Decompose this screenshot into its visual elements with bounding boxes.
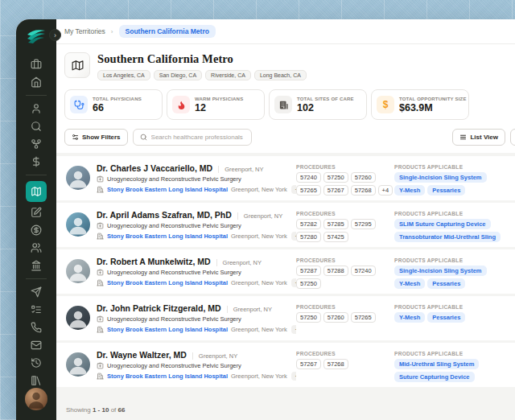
user-avatar[interactable] [25, 388, 47, 410]
physician-name: Dr. Charles J Vaccariello, MD [97, 163, 212, 173]
sidebar-expand-button[interactable]: › [49, 29, 61, 41]
stat-value: 12 [195, 102, 243, 113]
list-view-button[interactable]: List View [452, 129, 505, 146]
specialty-icon [97, 269, 104, 276]
product-chip: Pessaries [427, 185, 465, 196]
product-chip: Y-Mesh [394, 278, 425, 289]
procedure-chip: 57260 [323, 312, 348, 323]
home-icon[interactable] [25, 73, 47, 91]
procedure-chip: 57250 [296, 278, 321, 289]
send-icon[interactable] [25, 283, 47, 301]
history-icon[interactable] [25, 354, 47, 372]
products-label: PRODUCTS APPLICABLE [394, 164, 515, 170]
stat-value: 66 [93, 102, 142, 113]
tasks-icon[interactable] [25, 301, 47, 319]
show-filters-button[interactable]: Show Filters [64, 129, 128, 146]
physician-name: Dr. April Adams Szafran, MD, PhD [97, 210, 232, 220]
product-chip: Transobturator Mid-Urethral Sling [394, 232, 501, 242]
stat-label: TOTAL SITES OF CARE [297, 97, 354, 101]
procedure-chip: 57285 [323, 219, 348, 229]
stat-card-total-physicians: TOTAL PHYSICIANS 66 [64, 89, 163, 120]
hospital-icon [97, 326, 104, 333]
physician-row[interactable]: Dr. Wayne Waltzer, MD Greenport, NY Urog… [56, 343, 515, 387]
product-chip: Single-Incision Sling System [394, 266, 487, 276]
physician-location: Greenport, NY [192, 352, 237, 360]
procedure-chips: 57287572885724057250 [296, 266, 394, 289]
list-icon [459, 134, 467, 141]
breadcrumb-current[interactable]: Southern California Metro [119, 25, 216, 38]
stat-card-opportunity-size: $ TOTAL OPPORTUNITY SIZE $63.9M [371, 89, 469, 120]
products-label: PRODUCTS APPLICABLE [394, 211, 515, 216]
procedure-chip: 57250 [296, 312, 321, 323]
affiliation-location: Greenport, New York [231, 279, 287, 286]
affiliation-link[interactable]: Stony Brook Eastern Long Island Hospital [107, 373, 228, 380]
procedure-chip: 57282 [296, 219, 321, 229]
clipped-view-button[interactable] [510, 129, 515, 146]
physician-avatar [66, 352, 90, 377]
physician-avatar [66, 166, 90, 190]
dollar-icon[interactable] [25, 153, 47, 171]
compose-icon[interactable] [25, 204, 47, 221]
physician-name: Dr. Robert A Munkelwitz, MD [97, 257, 211, 266]
specialty-icon [97, 362, 104, 369]
physician-specialty: Urogynecology and Reconstructive Pelvic … [107, 222, 241, 229]
procedures-more-chip[interactable]: +4 [378, 185, 393, 196]
stethoscope-icon [70, 96, 88, 113]
dollar-circle-icon[interactable] [25, 221, 47, 239]
breadcrumb-parent[interactable]: My Territories [64, 27, 105, 35]
landmark-icon[interactable] [25, 257, 47, 274]
affiliation-link[interactable]: Stony Brook Eastern Long Island Hospital [107, 233, 228, 240]
physician-row[interactable]: Dr. April Adams Szafran, MD, PhD Greenpo… [56, 203, 515, 247]
search-icon[interactable] [25, 117, 47, 135]
procedures-label: PROCEDURES [296, 304, 394, 310]
procedure-chip: 57288 [323, 266, 348, 276]
stat-card-sites-of-care: TOTAL SITES OF CARE 102 [269, 89, 367, 120]
product-chip: SLIM Suture Capturing Device [394, 219, 491, 229]
physician-avatar [66, 259, 90, 283]
users-icon[interactable] [25, 239, 47, 257]
app-window: › My Territories › Southern California M… [16, 19, 515, 420]
stat-label: TOTAL OPPORTUNITY SIZE [399, 97, 467, 101]
procedures-label: PROCEDURES [296, 351, 394, 356]
physician-row[interactable]: Dr. Robert A Munkelwitz, MD Greenport, N… [56, 249, 515, 294]
breadcrumb: My Territories › Southern California Met… [56, 19, 515, 44]
procedure-chips: 572505726057265 [296, 312, 394, 323]
share-network-icon[interactable] [25, 135, 47, 153]
map-icon[interactable] [26, 181, 47, 202]
product-chip: Y-Mesh [394, 185, 425, 196]
procedures-label: PROCEDURES [296, 211, 394, 216]
mail-icon[interactable] [25, 336, 47, 354]
product-chips: Mid-Urethral Sling SystemSuture Capturin… [394, 359, 515, 382]
product-chips: Single-Incision Sling SystemY-MeshPessar… [394, 266, 515, 289]
affiliation-location: Greenport, New York [231, 233, 287, 240]
physician-location: Greenport, NY [237, 212, 282, 220]
search-input[interactable] [151, 134, 245, 141]
product-chips: Y-MeshPessaries [394, 312, 515, 323]
filters-icon [72, 134, 79, 141]
stats-row: TOTAL PHYSICIANS 66 WARM PHYSICIANS 12 T… [56, 87, 515, 127]
library-icon[interactable] [25, 372, 47, 389]
physician-name: Dr. Wayne Waltzer, MD [97, 350, 187, 360]
search-icon [140, 134, 147, 141]
affiliation-link[interactable]: Stony Brook Eastern Long Island Hospital [107, 326, 228, 333]
physician-row[interactable]: Dr. John Patrick Fitzgerald, MD Greenpor… [56, 296, 515, 340]
products-label: PRODUCTS APPLICABLE [394, 351, 515, 356]
affiliation-link[interactable]: Stony Brook Eastern Long Island Hospital [107, 279, 228, 286]
user-icon[interactable] [25, 100, 47, 117]
procedure-chip: 57267 [323, 185, 348, 196]
procedures-label: PROCEDURES [296, 257, 394, 263]
physician-name: Dr. John Patrick Fitzgerald, MD [97, 303, 221, 313]
procedures-label: PROCEDURES [296, 164, 394, 170]
phone-icon[interactable] [25, 319, 47, 336]
briefcase-icon[interactable] [25, 56, 47, 73]
stat-card-warm-physicians: WARM PHYSICIANS 12 [167, 89, 265, 120]
main-content: My Territories › Southern California Met… [56, 19, 515, 420]
flame-icon [172, 96, 190, 113]
physician-row[interactable]: Dr. Charles J Vaccariello, MD Greenport,… [56, 156, 515, 200]
procedure-chip: 57265 [351, 312, 376, 323]
physician-specialty: Urogynecology and Reconstructive Pelvic … [107, 269, 241, 276]
hospital-icon [97, 233, 104, 240]
affiliation-link[interactable]: Stony Brook Eastern Long Island Hospital [107, 186, 228, 193]
sidebar: › [16, 19, 56, 420]
chevron-right-icon: › [111, 28, 113, 35]
